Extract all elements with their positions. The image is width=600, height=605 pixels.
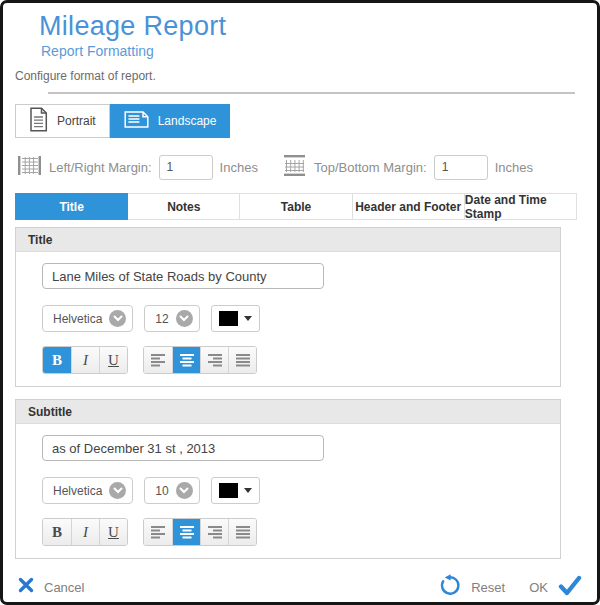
- title-font-size-value: 12: [155, 312, 168, 326]
- cancel-button[interactable]: Cancel: [18, 577, 84, 597]
- top-bottom-margin-label: Top/Bottom Margin:: [314, 160, 427, 175]
- subtitle-align-justify-button[interactable]: [228, 519, 256, 545]
- portrait-button[interactable]: Portrait: [15, 104, 110, 138]
- subtitle-align-right-button[interactable]: [200, 519, 228, 545]
- landscape-page-icon: [124, 110, 149, 132]
- tab-title[interactable]: Title: [15, 193, 128, 220]
- left-right-margin-group: Left/Right Margin: Inches: [17, 154, 258, 180]
- checkmark-icon: [558, 575, 582, 600]
- subtitle-style-group: B I U: [42, 518, 128, 546]
- subtitle-font-size-dropdown[interactable]: 10: [144, 477, 199, 504]
- top-bottom-margin-group: Top/Bottom Margin: Inches: [282, 154, 533, 180]
- landscape-button[interactable]: Landscape: [110, 104, 231, 138]
- color-swatch-icon: [219, 483, 238, 498]
- title-align-left-button[interactable]: [144, 347, 172, 373]
- report-formatting-dialog: Mileage Report Report Formatting Configu…: [0, 0, 600, 605]
- title-italic-button[interactable]: I: [71, 347, 99, 373]
- tab-notes[interactable]: Notes: [127, 193, 240, 220]
- chevron-down-circle-icon: [109, 310, 126, 327]
- title-underline-button[interactable]: U: [99, 347, 127, 373]
- subtitle-font-family-value: Helvetica: [53, 484, 102, 498]
- subtitle-align-center-button[interactable]: [172, 519, 200, 545]
- title-font-color-picker[interactable]: [211, 305, 260, 332]
- reset-arrow-icon: [438, 574, 461, 601]
- top-bottom-margin-unit: Inches: [495, 160, 533, 175]
- color-swatch-icon: [219, 311, 238, 326]
- subtitle-section: Subtitle Helvetica 10: [15, 399, 561, 559]
- ok-button[interactable]: OK: [529, 575, 582, 600]
- margins-row: Left/Right Margin: Inches Top/Bottom Mar…: [17, 154, 597, 180]
- portrait-label: Portrait: [57, 114, 96, 128]
- title-section-heading: Title: [16, 228, 560, 252]
- align-right-icon: [207, 353, 223, 367]
- title-section: Title Helvetica 12: [15, 227, 561, 387]
- title-align-right-button[interactable]: [200, 347, 228, 373]
- column-margin-grid-icon: [17, 154, 42, 180]
- portrait-page-icon: [29, 107, 48, 135]
- caret-down-icon: [244, 488, 252, 493]
- align-justify-icon: [235, 353, 251, 367]
- align-left-icon: [150, 353, 166, 367]
- chevron-down-circle-icon: [176, 482, 193, 499]
- row-margin-grid-icon: [282, 154, 307, 180]
- caret-down-icon: [244, 316, 252, 321]
- subtitle-underline-button[interactable]: U: [99, 519, 127, 545]
- title-style-group: B I U: [42, 346, 128, 374]
- title-bold-button[interactable]: B: [43, 347, 71, 373]
- subtitle-italic-button[interactable]: I: [71, 519, 99, 545]
- left-right-margin-input[interactable]: [159, 155, 213, 180]
- cancel-label: Cancel: [44, 580, 84, 595]
- x-icon: [18, 577, 34, 597]
- title-align-justify-button[interactable]: [228, 347, 256, 373]
- page-subtitle: Report Formatting: [41, 43, 597, 59]
- title-font-family-value: Helvetica: [53, 312, 102, 326]
- tab-date-and-time-stamp[interactable]: Date and Time Stamp: [464, 193, 577, 220]
- left-right-margin-unit: Inches: [220, 160, 258, 175]
- subtitle-text-input[interactable]: [42, 435, 324, 461]
- chevron-down-circle-icon: [109, 482, 126, 499]
- subtitle-align-left-button[interactable]: [144, 519, 172, 545]
- ok-label: OK: [529, 580, 548, 595]
- tab-header-and-footer[interactable]: Header and Footer: [352, 193, 465, 220]
- subtitle-font-color-picker[interactable]: [211, 477, 260, 504]
- orientation-toggle: Portrait Landscape: [15, 104, 597, 138]
- chevron-down-circle-icon: [176, 310, 193, 327]
- page-description: Configure format of report.: [15, 69, 597, 83]
- divider: [48, 92, 575, 94]
- title-text-input[interactable]: [42, 263, 324, 289]
- align-center-icon: [179, 353, 195, 367]
- subtitle-font-size-value: 10: [155, 484, 168, 498]
- dialog-footer: Cancel Reset OK: [3, 568, 597, 605]
- align-left-icon: [150, 525, 166, 539]
- left-right-margin-label: Left/Right Margin:: [49, 160, 152, 175]
- title-font-family-dropdown[interactable]: Helvetica: [42, 305, 133, 332]
- align-justify-icon: [235, 525, 251, 539]
- top-bottom-margin-input[interactable]: [434, 155, 488, 180]
- reset-button[interactable]: Reset: [438, 574, 505, 601]
- title-font-size-dropdown[interactable]: 12: [144, 305, 199, 332]
- subtitle-bold-button[interactable]: B: [43, 519, 71, 545]
- reset-label: Reset: [471, 580, 505, 595]
- subtitle-section-heading: Subtitle: [16, 400, 560, 424]
- tab-table[interactable]: Table: [239, 193, 352, 220]
- align-right-icon: [207, 525, 223, 539]
- subtitle-alignment-group: [143, 518, 257, 546]
- align-center-icon: [179, 525, 195, 539]
- subtitle-font-family-dropdown[interactable]: Helvetica: [42, 477, 133, 504]
- landscape-label: Landscape: [158, 114, 217, 128]
- title-align-center-button[interactable]: [172, 347, 200, 373]
- title-alignment-group: [143, 346, 257, 374]
- page-title: Mileage Report: [39, 11, 597, 42]
- tab-bar: Title Notes Table Header and Footer Date…: [15, 193, 577, 220]
